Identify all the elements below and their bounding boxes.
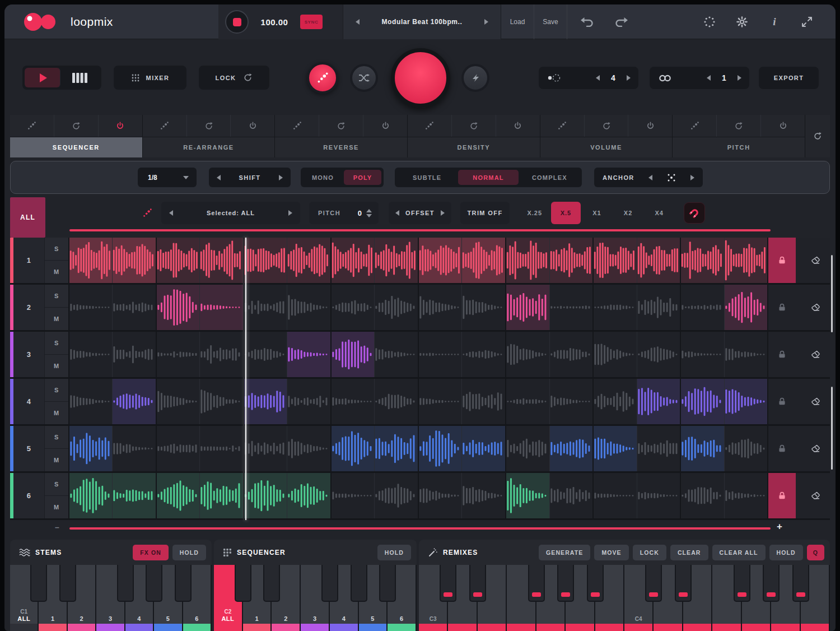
slice-cell[interactable] [244,379,288,424]
slice-cell[interactable] [506,379,550,424]
power-icon[interactable] [496,115,540,137]
modules-refresh-button[interactable] [805,115,830,157]
clear-all-button[interactable]: CLEAR ALL [712,545,766,560]
slice-cell[interactable] [200,332,244,377]
slice-cell[interactable] [200,379,244,424]
selected-prev-icon[interactable] [169,210,173,216]
sync-toggle[interactable]: SYNC [300,15,323,29]
slice-cell[interactable] [725,426,768,471]
shuffle-button[interactable] [350,64,378,92]
refresh-icon[interactable] [452,115,496,137]
pattern-prev-icon[interactable] [596,75,600,81]
module-tab-label[interactable]: PITCH [673,137,805,157]
speed-x1[interactable]: X1 [582,202,612,224]
solo-button[interactable]: S [45,426,68,449]
slice-cell[interactable] [332,285,375,330]
slice-cell[interactable] [550,426,594,471]
mute-button[interactable]: M [45,496,68,518]
random-dots-icon[interactable] [408,115,452,137]
slice-cell[interactable] [332,332,375,377]
slice-cell[interactable] [287,238,332,283]
clear-button[interactable]: CLEAR [670,545,708,560]
gear-icon[interactable] [732,4,752,39]
module-tab-volume[interactable]: VOLUME [540,115,673,157]
move-button[interactable]: MOVE [594,545,628,560]
save-button[interactable]: Save [534,4,567,39]
slice-cell[interactable] [244,238,288,283]
refresh-icon[interactable] [54,115,99,137]
slice-cell[interactable] [681,379,725,424]
slice-cell[interactable] [287,332,332,377]
slice-cell[interactable] [681,332,725,377]
loop-range-bar-top[interactable] [69,229,771,231]
black-key-sequencer[interactable] [379,565,396,602]
slice-cell[interactable] [200,238,244,283]
slice-cell[interactable] [550,473,594,518]
track-scrollbar[interactable] [831,255,833,332]
module-tab-label[interactable]: REVERSE [275,137,407,157]
slice-cell[interactable] [419,238,463,283]
black-key-remixes[interactable] [792,565,809,602]
preset-next-icon[interactable] [484,19,488,25]
slice-cell[interactable] [637,238,682,283]
black-key-stems[interactable] [30,565,47,602]
generate-button[interactable]: GENERATE [539,545,590,560]
randomize-button[interactable] [307,62,338,94]
mute-button[interactable]: M [45,308,68,330]
slice-cell[interactable] [419,473,463,518]
play-button[interactable] [25,68,60,87]
slice-cell[interactable] [287,426,332,471]
slice-cell[interactable] [69,332,113,377]
module-tab-label[interactable]: RE-ARRANGE [143,137,275,157]
export-button[interactable]: EXPORT [759,67,819,89]
speed-x5[interactable]: X.5 [551,202,581,224]
shift-right-icon[interactable] [279,175,283,180]
rate-dropdown[interactable]: 1/8 [138,168,197,187]
slice-cell[interactable] [550,238,594,283]
module-tab-label[interactable]: VOLUME [540,137,673,157]
black-key-stems[interactable] [175,565,192,602]
slice-cell[interactable] [157,238,200,283]
bpm-display[interactable]: 100.00 [251,4,298,39]
slice-cell[interactable] [419,426,463,471]
slice-cell[interactable] [157,379,200,424]
slice-cell[interactable] [506,332,550,377]
intensity-complex[interactable]: COMPLEX [520,170,580,185]
solo-button[interactable]: S [45,379,68,402]
random-dots-icon[interactable] [673,115,717,137]
mute-button[interactable]: M [45,355,68,377]
stems-hold-button[interactable]: HOLD [172,545,206,560]
slice-cell[interactable] [506,426,550,471]
power-icon[interactable] [363,115,407,137]
slice-cell[interactable] [637,332,682,377]
speed-x2[interactable]: X2 [613,202,643,224]
slice-cell[interactable] [113,379,157,424]
slice-cell[interactable] [157,473,200,518]
slice-cell[interactable] [244,473,288,518]
slice-cell[interactable] [637,379,682,424]
remix-hold-button[interactable]: HOLD [769,545,803,560]
slice-cell[interactable] [375,473,419,518]
slice-cell[interactable] [69,285,113,330]
slice-cell[interactable] [725,473,768,518]
slice-cell[interactable] [113,426,157,471]
preset-name[interactable]: Modular Beat 100bpm.. [366,4,478,39]
track-waveform-lane[interactable] [69,238,768,283]
main-remix-button[interactable] [391,48,450,108]
redo-button[interactable] [612,4,632,39]
slice-cell[interactable] [462,285,506,330]
track-waveform-lane[interactable] [69,426,768,471]
track-waveform-lane[interactable] [69,285,768,330]
slice-cell[interactable] [506,473,550,518]
slice-cell[interactable] [332,473,375,518]
offset-left-icon[interactable] [395,210,399,216]
black-key-remixes[interactable] [587,565,604,602]
slice-cell[interactable] [462,379,506,424]
slice-cell[interactable] [287,473,332,518]
black-key-sequencer[interactable] [263,565,280,602]
track-lock-button[interactable] [767,238,796,283]
slice-cell[interactable] [681,473,725,518]
speed-x4[interactable]: X4 [644,202,674,224]
track-eraser-button[interactable] [801,379,830,424]
slice-cell[interactable] [113,238,157,283]
